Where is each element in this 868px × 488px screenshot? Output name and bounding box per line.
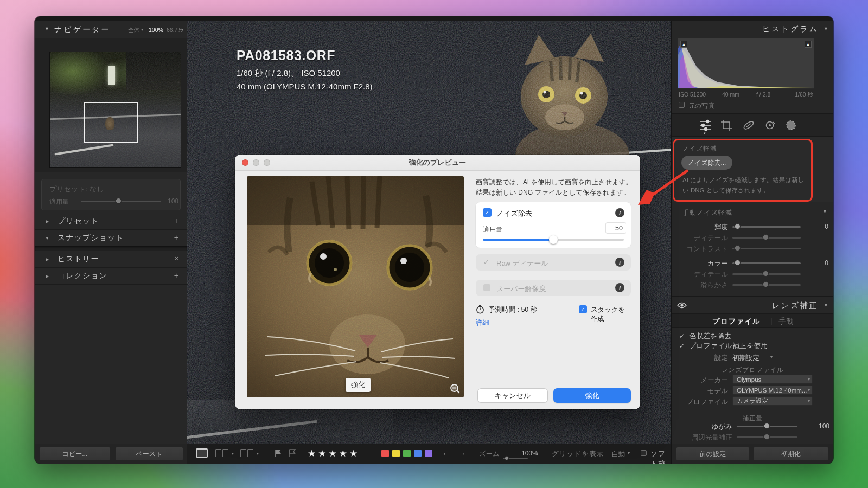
denoise-checkbox[interactable]: ✓	[483, 208, 492, 217]
zoom-traffic-light[interactable]	[264, 159, 270, 166]
slider-thumb[interactable]	[503, 455, 509, 461]
previous-settings-button[interactable]: 前の設定	[676, 447, 750, 461]
enhance-button[interactable]: 強化	[553, 388, 631, 403]
edit-sliders-icon[interactable]	[699, 119, 712, 131]
survey-view-icon[interactable]	[240, 449, 254, 457]
compare-view-icon[interactable]	[215, 449, 229, 457]
crop-icon[interactable]	[720, 119, 733, 131]
setup-value[interactable]: 初期設定	[732, 354, 760, 363]
chevron-down-icon[interactable]: ▾	[232, 451, 234, 456]
star-rating[interactable]: ★★★★★	[308, 448, 360, 459]
panel-visibility-eye-icon[interactable]	[677, 301, 687, 309]
amount-slider[interactable]	[483, 239, 624, 241]
cancel-button[interactable]: キャンセル	[477, 388, 548, 403]
close-traffic-light[interactable]	[242, 159, 248, 166]
navigator-view-rect[interactable]	[84, 102, 138, 143]
chevron-updown-icon[interactable]: ▾	[770, 355, 773, 359]
masking-icon[interactable]	[784, 119, 797, 131]
zoom-slider[interactable]	[503, 458, 528, 459]
checkmark-icon[interactable]: ✓	[679, 332, 685, 340]
navigator-zoom-100[interactable]: 100%	[149, 27, 163, 33]
sidebar-item-collections[interactable]: ▶ コレクション +	[35, 268, 187, 284]
soft-proof-checkbox[interactable]	[641, 450, 647, 456]
disclosure-triangle-icon[interactable]: ▼	[824, 26, 828, 31]
add-icon[interactable]: +	[174, 271, 178, 280]
previous-photo-arrow-icon[interactable]: ←	[442, 448, 451, 458]
slider-thumb[interactable]	[549, 235, 558, 244]
amount-value-field[interactable]: 50	[606, 223, 626, 233]
slider-thumb[interactable]	[114, 197, 123, 206]
reject-flag-icon[interactable]	[288, 449, 297, 458]
original-photo-row[interactable]: 元の写真	[678, 101, 814, 110]
red-eye-icon[interactable]	[764, 119, 777, 131]
sidebar-item-history[interactable]: ▶ ヒストリー ×	[35, 251, 187, 267]
detail-slider[interactable]	[732, 237, 801, 239]
model-dropdown[interactable]: OLYMPUS M.12-40mm...▾	[732, 386, 813, 395]
chevron-down-icon[interactable]: ▾	[257, 451, 259, 456]
slider-thumb[interactable]	[733, 259, 742, 267]
color-label-blue[interactable]	[414, 450, 422, 457]
tab-profile[interactable]: プロファイル	[712, 317, 761, 326]
disclosure-triangle-icon[interactable]: ▼	[44, 26, 49, 31]
clear-history-icon[interactable]: ×	[174, 254, 178, 262]
tab-manual[interactable]: 手動	[778, 317, 794, 326]
smoothness-slider[interactable]	[732, 284, 801, 286]
distortion-slider[interactable]	[737, 426, 797, 427]
enhance-preview-image[interactable]: 強化	[247, 176, 464, 397]
zoom-out-magnifier-icon[interactable]	[450, 383, 461, 394]
navigator-header[interactable]: ▼ ナビゲーター 全体 ▾ 100% 66.7% ▾	[35, 21, 187, 38]
histogram-header[interactable]: ヒストグラム ▼	[672, 21, 833, 36]
sidebar-item-presets[interactable]: ▶ プリセット +	[35, 213, 187, 229]
color-label-red[interactable]	[381, 450, 389, 457]
disclosure-triangle-icon[interactable]: ▼	[45, 236, 49, 241]
checkmark-icon[interactable]: ✓	[679, 342, 685, 350]
color-slider[interactable]	[732, 262, 801, 264]
info-icon[interactable]: i	[615, 283, 624, 292]
disclosure-triangle-icon[interactable]: ▼	[824, 303, 828, 308]
maker-dropdown[interactable]: Olympus▾	[732, 375, 813, 384]
disclosure-triangle-icon[interactable]: ▶	[46, 274, 49, 279]
add-icon[interactable]: +	[174, 216, 178, 225]
slider-thumb[interactable]	[762, 269, 770, 278]
shadow-clipping-indicator[interactable]: ▲	[680, 41, 687, 48]
loupe-view-icon[interactable]	[196, 448, 208, 458]
luminance-slider[interactable]	[732, 226, 801, 228]
info-icon[interactable]: i	[615, 208, 624, 217]
details-link[interactable]: 詳細	[476, 318, 489, 328]
profile-dropdown[interactable]: カメラ設定▾	[732, 396, 813, 406]
pick-flag-icon[interactable]	[274, 449, 283, 458]
color-label-yellow[interactable]	[392, 450, 400, 457]
original-photo-checkbox[interactable]	[679, 102, 685, 108]
contrast-slider[interactable]	[732, 248, 801, 249]
slider-thumb[interactable]	[763, 433, 771, 441]
color-label-green[interactable]	[403, 450, 411, 457]
disclosure-triangle-icon[interactable]: ▶	[46, 257, 49, 262]
chevron-updown-icon[interactable]: ▾	[181, 27, 183, 32]
preset-amount-slider[interactable]	[81, 201, 161, 202]
navigator-thumbnail[interactable]	[50, 52, 181, 167]
slider-thumb[interactable]	[733, 222, 742, 231]
healing-brush-icon[interactable]	[742, 119, 755, 131]
next-photo-arrow-icon[interactable]: →	[457, 448, 466, 458]
slider-thumb[interactable]	[762, 233, 770, 242]
sidebar-item-snapshots[interactable]: ▼ スナップショット +	[35, 230, 187, 246]
color-detail-slider[interactable]	[732, 273, 801, 275]
slider-thumb[interactable]	[762, 280, 770, 289]
highlight-clipping-indicator[interactable]: ▲	[805, 41, 812, 48]
slider-thumb[interactable]	[763, 422, 771, 431]
color-label-purple[interactable]	[425, 450, 432, 457]
navigator-fit-mode[interactable]: 全体	[128, 27, 139, 34]
disclosure-triangle-icon[interactable]: ▶	[46, 219, 49, 224]
copy-button[interactable]: コピー...	[39, 447, 111, 461]
auto-button[interactable]: 自動	[611, 450, 625, 459]
add-icon[interactable]: +	[174, 233, 178, 242]
chevron-down-icon[interactable]: ▾	[628, 451, 630, 455]
super-resolution-checkbox[interactable]	[483, 284, 490, 291]
enable-profile-row[interactable]: ✓プロファイル補正を使用	[679, 341, 768, 349]
slider-thumb[interactable]	[733, 244, 742, 253]
remove-ca-row[interactable]: ✓色収差を除去	[679, 331, 731, 339]
disclosure-triangle-icon[interactable]: ▼	[822, 209, 827, 214]
chevron-updown-icon[interactable]: ▾	[141, 27, 143, 32]
dialog-titlebar[interactable]: 強化のプレビュー	[235, 155, 640, 171]
create-stack-checkbox[interactable]: ✓	[579, 305, 587, 313]
